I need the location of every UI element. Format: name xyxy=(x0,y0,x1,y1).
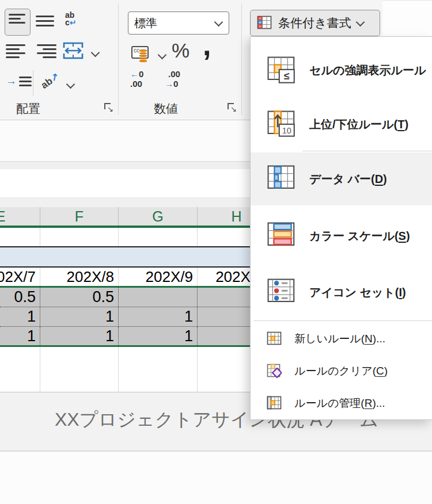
date-cell[interactable]: 202X/7 xyxy=(0,268,40,286)
data-cell[interactable]: 1 xyxy=(40,307,118,326)
menu-item-manage-rules[interactable]: ルールの管理(R)... xyxy=(251,387,432,419)
currency-format-button[interactable]: cc xyxy=(131,46,154,63)
dialog-launcher-icon[interactable]: ↘ xyxy=(228,103,236,111)
conditional-formatting-label: 条件付き書式 xyxy=(278,15,351,31)
clear-rules-icon xyxy=(267,364,282,379)
data-cell[interactable] xyxy=(118,288,197,307)
menu-item-top-bottom-rules[interactable]: 10 上位/下位ルール(T) xyxy=(251,98,432,151)
center-align-button[interactable] xyxy=(37,44,56,58)
middle-align-button[interactable] xyxy=(36,16,54,26)
menu-item-icon-sets[interactable]: アイコン セット(I) xyxy=(251,266,432,319)
column-header-g[interactable]: G xyxy=(118,207,197,226)
number-format-value: 標準 xyxy=(134,16,157,31)
middle-align-icon xyxy=(36,16,54,26)
number-group-label: 数値 xyxy=(154,101,178,117)
top-align-icon xyxy=(9,14,30,24)
data-cell[interactable]: 1 xyxy=(118,307,197,326)
menu-item-clear-rules[interactable]: ルールのクリア(C) xyxy=(251,355,432,387)
menu-item-color-scales[interactable]: カラー スケール(S) xyxy=(251,209,432,262)
wrap-text-button[interactable]: ab c↵ xyxy=(65,12,77,26)
conditional-formatting-menu: ≤ セルの強調表示ルール 10 上位/下位ルール(T) xyxy=(250,36,432,420)
top-bottom-rules-icon: 10 xyxy=(267,110,298,138)
center-align-icon xyxy=(37,44,56,58)
data-cell[interactable]: 1 xyxy=(40,327,118,345)
data-cell[interactable]: 0.5 xyxy=(0,288,40,307)
color-scales-icon xyxy=(267,222,298,250)
manage-rules-icon xyxy=(267,396,282,411)
separator xyxy=(33,70,33,96)
currency-format-icon: cc xyxy=(131,46,154,63)
conditional-formatting-button[interactable]: 条件付き書式 xyxy=(250,10,380,36)
wrap-text-icon: ab c↵ xyxy=(65,10,77,27)
chevron-down-icon xyxy=(214,17,223,26)
chevron-down-icon[interactable] xyxy=(66,80,75,89)
indent-button[interactable]: → xyxy=(6,75,32,87)
orientation-button[interactable]: ab↗ xyxy=(40,75,60,87)
data-cell[interactable]: 1 xyxy=(0,327,40,345)
chevron-down-icon[interactable] xyxy=(158,51,167,60)
menu-item-new-rule[interactable]: 新しいルール(N)... xyxy=(251,323,432,355)
decrease-decimal-button[interactable]: .00 →0 xyxy=(165,69,180,89)
chevron-down-icon[interactable] xyxy=(91,48,100,58)
text-orientation-icon: ab↗ xyxy=(39,70,62,91)
svg-text:≤: ≤ xyxy=(284,71,290,82)
menu-item-data-bars[interactable]: データ バー(D) xyxy=(251,152,432,205)
excel-window: ab c↵ xyxy=(0,0,432,504)
data-bars-icon xyxy=(267,165,298,193)
merge-center-icon xyxy=(62,41,84,60)
top-align-button[interactable] xyxy=(5,9,31,36)
indent-icon: → xyxy=(6,75,17,87)
comma-style-button[interactable]: , xyxy=(203,28,211,62)
menu-item-highlight-cells-rules[interactable]: ≤ セルの強調表示ルール xyxy=(251,44,432,97)
menu-separator xyxy=(253,320,432,321)
left-align-icon xyxy=(6,44,25,58)
highlight-cells-rules-icon: ≤ xyxy=(267,56,298,84)
increase-decimal-button[interactable]: ←0 .00 xyxy=(130,69,143,89)
svg-text:10: 10 xyxy=(282,126,291,135)
new-rule-icon xyxy=(267,331,282,346)
page-area xyxy=(0,452,432,504)
percent-style-button[interactable]: % xyxy=(172,39,190,62)
left-align-button[interactable] xyxy=(6,44,25,58)
menu-separator xyxy=(302,151,432,151)
styles-gallery-edge xyxy=(382,0,432,37)
date-cell[interactable]: 202X/8 xyxy=(40,268,118,286)
icon-sets-icon xyxy=(267,278,298,306)
alignment-group-label: 配置 xyxy=(16,101,40,117)
chevron-down-icon xyxy=(355,17,365,26)
dialog-launcher-icon[interactable]: ↘ xyxy=(104,103,112,111)
date-cell[interactable]: 202X/9 xyxy=(118,268,197,286)
number-format-combobox[interactable]: 標準 xyxy=(128,12,229,35)
data-cell[interactable]: 1 xyxy=(118,327,197,345)
group-separator xyxy=(241,3,242,115)
data-cell[interactable]: 1 xyxy=(0,307,40,326)
data-cell[interactable]: 0.5 xyxy=(40,288,118,307)
column-header-f[interactable]: F xyxy=(40,207,118,226)
group-separator xyxy=(118,3,119,115)
merge-center-button[interactable] xyxy=(62,41,84,62)
conditional-formatting-icon xyxy=(257,16,272,30)
column-header-e[interactable]: E xyxy=(0,207,40,226)
